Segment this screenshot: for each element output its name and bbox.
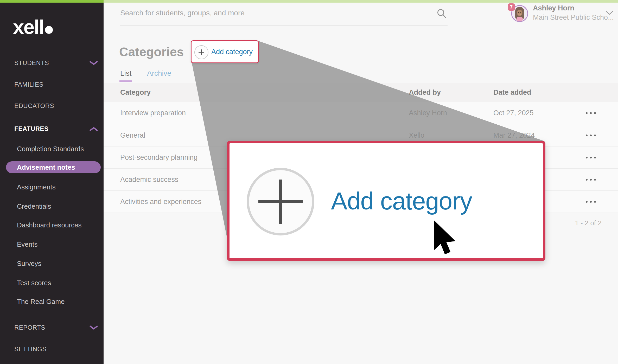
logo-o-icon: [45, 26, 53, 34]
sidebar-item-features[interactable]: FEATURES: [14, 124, 49, 133]
row-actions-menu[interactable]: [580, 191, 601, 213]
sidebar-item-families[interactable]: FAMILIES: [14, 80, 43, 89]
page-title: Categories: [119, 45, 184, 59]
sidebar-item-label: Assignments: [17, 183, 56, 191]
search-underline: [120, 25, 448, 26]
user-school: Main Street Public Scho...: [533, 14, 614, 22]
cursor-icon: [432, 220, 462, 260]
tab-label: Archive: [147, 69, 171, 77]
cell-date-added: Oct 27, 2025: [493, 102, 534, 124]
sidebar-item-label: SETTINGS: [14, 346, 47, 353]
row-actions-menu[interactable]: [580, 169, 601, 190]
tab-archive[interactable]: Archive: [147, 69, 171, 78]
sidebar-item-label: Completion Standards: [17, 145, 84, 153]
topbar-accent-left: [0, 0, 104, 3]
sidebar: xell STUDENTS FAMILIES EDUCATORS FEATURE…: [0, 3, 104, 364]
chevron-down-icon: [90, 61, 98, 65]
chevron-down-icon: [606, 11, 613, 15]
sidebar-item-label: Surveys: [17, 260, 41, 267]
user-menu[interactable]: 7 Ashley Horn Main Street Public Scho...: [505, 2, 614, 25]
sidebar-item-label: Advisement notes: [17, 163, 75, 171]
cell-category: General: [120, 124, 145, 146]
user-name: Ashley Horn: [533, 4, 574, 12]
row-actions-menu[interactable]: [580, 124, 601, 146]
sidebar-item-dashboard-resources[interactable]: Dashboard resources: [17, 220, 82, 230]
table-row: Interview preparation Ashley Horn Oct 27…: [104, 102, 618, 124]
cell-category: Academic success: [120, 169, 179, 190]
chevron-up-icon: [90, 127, 98, 131]
sidebar-item-label: STUDENTS: [14, 59, 49, 66]
plus-icon: [247, 168, 314, 235]
sidebar-item-label: Dashboard resources: [17, 221, 82, 229]
sidebar-item-credentials[interactable]: Credentials: [17, 202, 51, 211]
sidebar-item-label: EDUCATORS: [14, 102, 54, 109]
cell-category: Post-secondary planning: [120, 146, 197, 168]
add-category-label-zoomed: Add category: [331, 187, 472, 215]
plus-icon: [194, 45, 208, 59]
row-actions-menu[interactable]: [580, 102, 601, 124]
search-icon[interactable]: [437, 8, 447, 19]
tab-list[interactable]: List: [120, 69, 132, 78]
sidebar-item-surveys[interactable]: Surveys: [17, 259, 41, 268]
tab-label: List: [120, 69, 132, 77]
logo-text: xell: [13, 16, 44, 38]
column-header-added-by: Added by: [409, 83, 441, 102]
chevron-down-icon: [90, 325, 98, 330]
xello-logo[interactable]: xell: [13, 16, 53, 38]
sidebar-item-label: Credentials: [17, 202, 51, 210]
sidebar-item-label: Events: [17, 240, 38, 248]
add-category-label: Add category: [211, 41, 253, 62]
sidebar-item-label: REPORTS: [14, 324, 45, 331]
sidebar-item-educators[interactable]: EDUCATORS: [14, 101, 54, 111]
zoom-callout: Add category: [227, 141, 545, 261]
sidebar-item-label: FAMILIES: [14, 81, 43, 88]
sidebar-item-the-real-game[interactable]: The Real Game: [17, 297, 65, 306]
sidebar-item-label: The Real Game: [17, 298, 65, 305]
table-header: Category Added by Date added: [104, 83, 618, 102]
add-category-button[interactable]: Add category: [191, 40, 259, 63]
sidebar-item-students[interactable]: STUDENTS: [14, 58, 49, 68]
cell-category: Activities and experiences: [120, 191, 201, 213]
active-tab-indicator: [119, 80, 132, 82]
sidebar-item-settings[interactable]: SETTINGS: [14, 344, 47, 354]
sidebar-item-completion-standards[interactable]: Completion Standards: [17, 144, 84, 154]
search-input[interactable]: [120, 6, 432, 20]
cell-added-by: Ashley Horn: [409, 102, 447, 124]
sidebar-item-assignments[interactable]: Assignments: [17, 182, 56, 192]
column-header-category: Category: [120, 83, 151, 102]
app-root: xell STUDENTS FAMILIES EDUCATORS FEATURE…: [0, 0, 618, 364]
cell-category: Interview preparation: [120, 102, 186, 124]
row-actions-menu[interactable]: [580, 146, 601, 168]
pagination-label: 1 - 2 of 2: [562, 219, 602, 227]
sidebar-item-label: FEATURES: [14, 125, 49, 132]
column-header-date-added: Date added: [493, 83, 531, 102]
sidebar-item-test-scores[interactable]: Test scores: [17, 278, 51, 288]
sidebar-item-reports[interactable]: REPORTS: [14, 323, 45, 332]
sidebar-item-events[interactable]: Events: [17, 240, 38, 249]
sidebar-item-label: Test scores: [17, 279, 51, 287]
sidebar-item-advisement-notes[interactable]: Advisement notes: [6, 161, 101, 173]
notification-badge: 7: [508, 3, 515, 11]
